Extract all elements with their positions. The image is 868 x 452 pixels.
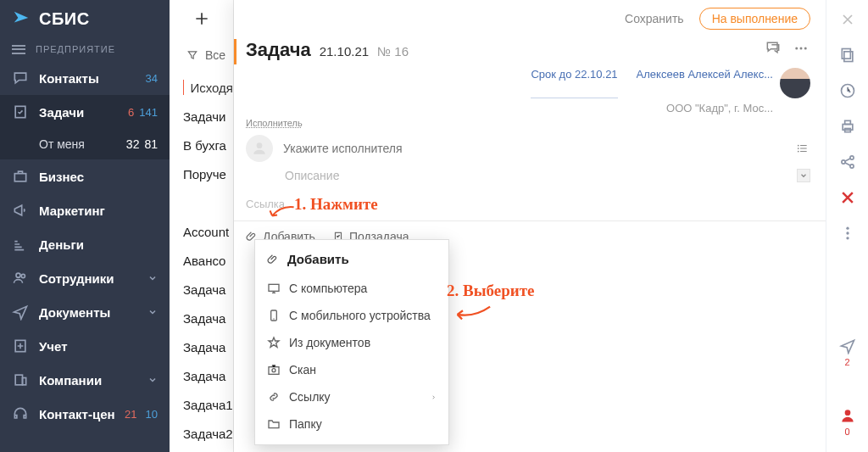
nav-count-red: 6: [128, 106, 134, 119]
nav-docs[interactable]: Документы: [0, 295, 170, 329]
due-date[interactable]: Срок до 22.10.21: [531, 68, 617, 98]
chevron-down-icon: [147, 304, 158, 321]
svg-rect-15: [269, 284, 279, 291]
nav-contacts[interactable]: Контакты 34: [0, 61, 170, 95]
dd-link[interactable]: Ссылку: [255, 383, 448, 410]
nav-label: Задачи: [39, 105, 128, 120]
expand-button[interactable]: [797, 169, 810, 182]
logo-row: СБИС: [0, 0, 170, 37]
nav-label: Контакты: [39, 71, 146, 86]
person-button[interactable]: 0: [837, 405, 859, 427]
task-list: Исходя Задачи В бухга Поруче Account Ава…: [170, 73, 233, 448]
dd-from-computer[interactable]: С компьютера: [255, 275, 448, 302]
nav-count: 81: [144, 137, 158, 151]
sidebar: СБИС ПРЕДПРИЯТИЕ Контакты 34 Задачи 6 14…: [0, 0, 170, 452]
dropdown-title: Добавить: [255, 247, 448, 275]
nav-tasks[interactable]: Задачи 6 141: [0, 95, 170, 129]
chevron-down-icon: [147, 371, 158, 388]
description-row: Описание: [234, 165, 826, 186]
list-item[interactable]: Задача: [183, 304, 233, 332]
briefcase-icon: [12, 168, 29, 185]
filter-row[interactable]: Все: [170, 37, 233, 73]
svg-point-7: [795, 47, 798, 50]
list-item[interactable]: Поруче: [183, 159, 233, 188]
nav-label: Сотрудники: [39, 271, 147, 286]
description-placeholder[interactable]: Описание: [285, 169, 797, 182]
list-item[interactable]: Задача: [183, 332, 233, 361]
plus-icon: [193, 10, 210, 27]
dd-folder[interactable]: Папку: [255, 410, 448, 438]
x-icon: [839, 189, 856, 206]
headset-icon: [12, 405, 29, 422]
nav-label: Бизнес: [39, 170, 158, 184]
list-item[interactable]: Задача: [183, 275, 233, 304]
nav-count: 34: [146, 72, 158, 85]
print-button[interactable]: [837, 115, 859, 137]
list-item[interactable]: Задачи: [183, 102, 233, 131]
dd-from-docs[interactable]: Из документов: [255, 329, 448, 356]
copy-button[interactable]: [837, 44, 859, 66]
list-item[interactable]: Задача1: [183, 390, 233, 419]
nav-count-red: 21: [125, 408, 136, 421]
nav-label: Документы: [39, 305, 147, 320]
nav-sub-label: От меня: [39, 137, 126, 151]
svg-rect-6: [23, 378, 26, 385]
dd-from-mobile[interactable]: С мобильного устройства: [255, 302, 448, 329]
star-icon: [267, 336, 281, 349]
executor-input[interactable]: [283, 142, 785, 155]
list-item[interactable]: Account: [183, 217, 233, 246]
link-icon: [267, 390, 281, 404]
logo-text: СБИС: [39, 9, 90, 29]
funnel-icon: [186, 49, 198, 61]
delete-button[interactable]: [837, 187, 859, 209]
clock-icon: [839, 82, 856, 99]
list-item[interactable]: Исходя: [183, 73, 233, 102]
nav-business[interactable]: Бизнес: [0, 159, 170, 193]
svg-rect-1: [14, 174, 25, 181]
chevron-down-icon: [799, 171, 808, 180]
messages-button[interactable]: 2: [837, 335, 859, 357]
assignee-name[interactable]: Алексеев Алексей Алекс...: [637, 68, 773, 98]
list-item[interactable]: Задача2: [183, 419, 233, 448]
list-item[interactable]: В бухга: [183, 131, 233, 159]
share-button[interactable]: [837, 151, 859, 173]
nav-staff[interactable]: Сотрудники: [0, 261, 170, 295]
close-icon: [839, 11, 856, 28]
nav-count: 141: [139, 106, 158, 119]
svg-point-19: [272, 369, 275, 372]
nav-accounting[interactable]: Учет: [0, 329, 170, 363]
annotation-1: 1. Нажмите: [294, 195, 378, 214]
nav-marketing[interactable]: Маркетинг: [0, 193, 170, 227]
card-toolbar: Сохранить На выполнение: [237, 0, 826, 37]
history-button[interactable]: [837, 80, 859, 102]
add-button[interactable]: [183, 0, 220, 37]
list-item[interactable]: Авансо: [183, 246, 233, 275]
nav-label: Учет: [39, 339, 158, 354]
nav-money[interactable]: Деньги: [0, 227, 170, 261]
avatar[interactable]: [780, 68, 810, 98]
svg-point-31: [846, 237, 849, 239]
save-button[interactable]: Сохранить: [625, 12, 684, 25]
list-icon[interactable]: [795, 142, 810, 154]
svg-point-3: [21, 274, 25, 277]
more-button[interactable]: [837, 222, 859, 244]
org-row[interactable]: ПРЕДПРИЯТИЕ: [0, 37, 170, 61]
nav-contact-center[interactable]: Контакт-цен 21 10: [0, 397, 170, 431]
chevron-down-icon: [147, 270, 158, 287]
close-button[interactable]: [837, 8, 859, 31]
svg-point-17: [273, 318, 274, 319]
submit-button[interactable]: На выполнение: [699, 8, 810, 30]
logo-icon: [12, 9, 31, 28]
list-item[interactable]: Задача: [183, 361, 233, 390]
nav-companies[interactable]: Компании: [0, 363, 170, 397]
svg-rect-24: [844, 120, 850, 124]
card-accent-bar: [234, 39, 236, 64]
chat-icon[interactable]: [763, 39, 783, 56]
more-horizontal-icon[interactable]: [792, 41, 810, 56]
executor-row: [234, 128, 826, 165]
nav-tasks-from-me[interactable]: От меня 32 81: [0, 129, 170, 159]
annotation-arrow-2: [451, 304, 493, 322]
mobile-icon: [267, 309, 281, 322]
org-name: ООО "Кадр", г. Мос...: [666, 102, 773, 114]
dd-scan[interactable]: Скан: [255, 356, 448, 383]
